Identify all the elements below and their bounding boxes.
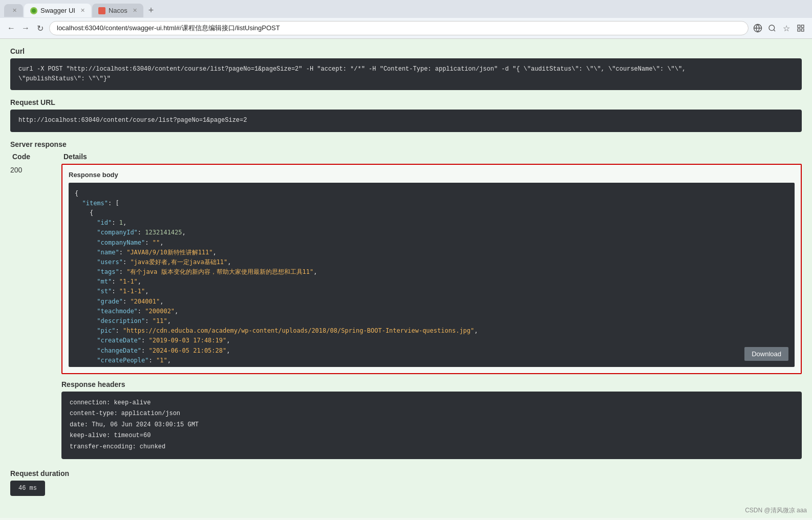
address-bar-row: ← → ↻ localhost:63040/content/swagger-ui… — [0, 18, 812, 39]
tab-nacos-label: Nacos — [109, 7, 127, 14]
tab-close-blank[interactable]: ✕ — [12, 7, 17, 14]
search-icon[interactable] — [767, 23, 777, 33]
curl-section: Curl curl -X POST "http://localhost:6304… — [10, 47, 802, 90]
response-headers-box: connection: keep-alive content-type: app… — [61, 392, 802, 459]
response-headers-label: Response headers — [61, 380, 802, 388]
svg-line-3 — [774, 30, 775, 31]
response-body-title: Response body — [69, 171, 795, 179]
request-duration-section: Request duration 46 ms — [10, 469, 802, 496]
nacos-favicon — [98, 7, 105, 14]
server-response-section: Server response Code Details 200 Respons… — [10, 140, 802, 461]
svg-rect-5 — [801, 25, 804, 28]
response-table-header: Code Details — [10, 153, 802, 161]
header-date: date: Thu, 06 Jun 2024 03:00:15 GMT — [70, 420, 794, 431]
curl-label: Curl — [10, 47, 802, 55]
extensions-icon[interactable] — [796, 23, 806, 33]
request-url-value: http://localhost:63040/content/course/li… — [18, 117, 247, 124]
forward-icon[interactable]: → — [20, 23, 31, 33]
swagger-favicon — [30, 7, 37, 14]
translate-icon[interactable] — [753, 23, 763, 33]
request-url-label: Request URL — [10, 98, 802, 106]
tab-bar: ✕ Swagger UI ✕ Nacos ✕ + — [0, 0, 812, 18]
curl-value: curl -X POST "http://localhost:63040/con… — [18, 66, 686, 82]
tab-close-swagger[interactable]: ✕ — [80, 7, 85, 14]
request-duration-value: 46 ms — [10, 481, 45, 496]
response-row-200: 200 Response body { "items": [ { "id": 1… — [10, 164, 802, 461]
tab-blank[interactable]: ✕ — [4, 4, 23, 17]
new-tab-button[interactable]: + — [144, 3, 158, 18]
svg-rect-6 — [798, 29, 800, 31]
response-details: Response body { "items": [ { "id": 1, "c… — [61, 164, 802, 461]
browser-chrome: ✕ Swagger UI ✕ Nacos ✕ + ← → ↻ localhost… — [0, 0, 812, 39]
back-icon[interactable]: ← — [6, 23, 16, 33]
response-code-200: 200 — [10, 164, 41, 174]
svg-rect-4 — [798, 25, 800, 28]
svg-point-2 — [769, 25, 775, 31]
request-url-section: Request URL http://localhost:63040/conte… — [10, 98, 802, 132]
col-details-header: Details — [63, 153, 802, 161]
request-url-box: http://localhost:63040/content/course/li… — [10, 110, 802, 132]
tab-nacos[interactable]: Nacos ✕ — [92, 4, 143, 17]
response-body-container: Response body { "items": [ { "id": 1, "c… — [61, 164, 802, 374]
server-response-label: Server response — [10, 140, 802, 148]
col-code-header: Code — [12, 153, 43, 161]
response-json-pre: { "items": [ { "id": 1, "companyId": 123… — [75, 189, 788, 367]
refresh-icon[interactable]: ↻ — [35, 23, 45, 33]
address-bar[interactable]: localhost:63040/content/swagger-ui.html#… — [49, 21, 749, 35]
download-button[interactable]: Download — [744, 347, 788, 361]
response-body-code[interactable]: { "items": [ { "id": 1, "companyId": 123… — [69, 183, 795, 367]
svg-rect-7 — [801, 29, 804, 31]
tab-close-nacos[interactable]: ✕ — [133, 7, 137, 14]
svg-point-0 — [32, 9, 36, 13]
page-content: Curl curl -X POST "http://localhost:6304… — [0, 39, 812, 518]
header-keep-alive: keep-alive: timeout=60 — [70, 430, 794, 442]
header-content-type: content-type: application/json — [70, 408, 794, 420]
header-transfer-encoding: transfer-encoding: chunked — [70, 442, 794, 453]
curl-box: curl -X POST "http://localhost:63040/con… — [10, 58, 802, 90]
address-text: localhost:63040/content/swagger-ui.html#… — [57, 24, 280, 32]
watermark: CSDN @清风微凉 aaa — [745, 506, 807, 515]
tab-swagger-label: Swagger UI — [40, 7, 75, 14]
bookmark-icon[interactable]: ☆ — [781, 23, 792, 33]
tab-swagger[interactable]: Swagger UI ✕ — [24, 4, 91, 17]
header-connection: connection: keep-alive — [70, 398, 794, 409]
request-duration-label: Request duration — [10, 469, 802, 478]
